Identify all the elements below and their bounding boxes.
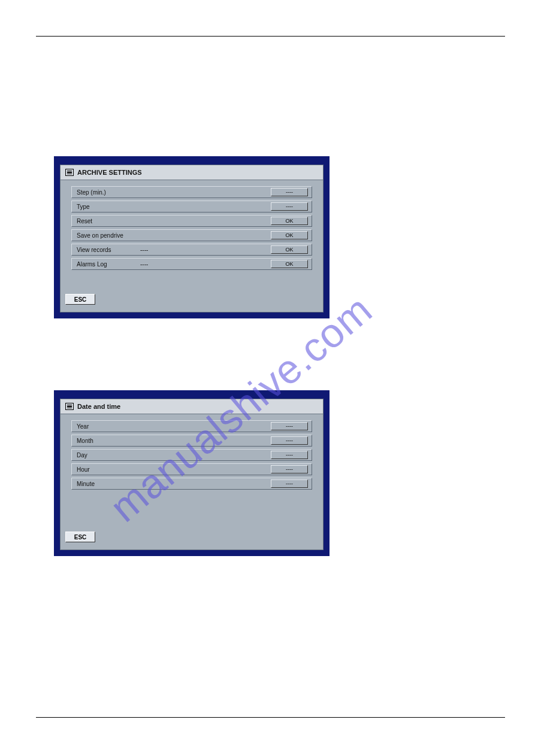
list-icon — [65, 403, 74, 410]
datetime-rows: Year ---- Month ---- Day ---- Hour — [61, 414, 323, 496]
month-value-button[interactable]: ---- — [271, 436, 308, 445]
row-label: View records — [77, 247, 137, 253]
date-time-panel-inner: Date and time Year ---- Month ---- Day -… — [60, 399, 324, 550]
row-save-pendrive: Save on pendrive OK — [71, 229, 312, 241]
year-value-button[interactable]: ---- — [271, 422, 308, 430]
row-label: Type — [77, 204, 137, 210]
row-day: Day ---- — [71, 449, 312, 461]
document-page: manualshive.com ARCHIVE SETTINGS Step (m… — [0, 0, 535, 756]
row-label: Month — [77, 438, 137, 444]
row-label: Year — [77, 423, 137, 430]
archive-panel-inner: ARCHIVE SETTINGS Step (min.) ---- Type -… — [60, 165, 324, 312]
row-alarms-log: Alarms Log ---- OK — [71, 258, 312, 270]
row-label: Step (min.) — [77, 189, 137, 196]
row-label: Day — [77, 452, 137, 459]
day-value-button[interactable]: ---- — [271, 451, 308, 459]
row-type: Type ---- — [71, 201, 312, 212]
row-label: Minute — [77, 481, 137, 487]
top-divider — [36, 36, 505, 37]
archive-panel-title: ARCHIVE SETTINGS — [77, 169, 142, 176]
step-value-button[interactable]: ---- — [271, 188, 308, 196]
alarms-log-ok-button[interactable]: OK — [271, 260, 308, 268]
row-mid: ---- — [137, 261, 271, 268]
row-mid: ---- — [137, 247, 271, 253]
row-year: Year ---- — [71, 420, 312, 432]
view-records-ok-button[interactable]: OK — [271, 245, 308, 254]
row-label: Hour — [77, 466, 137, 473]
row-minute: Minute ---- — [71, 478, 312, 490]
row-label: Reset — [77, 218, 137, 224]
minute-value-button[interactable]: ---- — [271, 479, 308, 488]
row-label: Save on pendrive — [77, 232, 137, 239]
list-icon — [65, 169, 74, 176]
date-time-panel-title: Date and time — [77, 403, 120, 410]
date-time-panel: Date and time Year ---- Month ---- Day -… — [54, 390, 330, 556]
reset-ok-button[interactable]: OK — [271, 217, 308, 225]
type-value-button[interactable]: ---- — [271, 202, 308, 211]
row-reset: Reset OK — [71, 215, 312, 227]
row-step: Step (min.) ---- — [71, 186, 312, 198]
archive-rows: Step (min.) ---- Type ---- Reset OK Save… — [61, 180, 323, 276]
row-view-records: View records ---- OK — [71, 244, 312, 256]
date-time-panel-header: Date and time — [61, 399, 323, 414]
row-label: Alarms Log — [77, 261, 137, 268]
esc-button[interactable]: ESC — [65, 294, 95, 305]
hour-value-button[interactable]: ---- — [271, 465, 308, 473]
bottom-divider — [36, 717, 505, 718]
esc-button[interactable]: ESC — [65, 532, 95, 542]
archive-settings-panel: ARCHIVE SETTINGS Step (min.) ---- Type -… — [54, 156, 330, 318]
row-month: Month ---- — [71, 435, 312, 447]
row-hour: Hour ---- — [71, 463, 312, 475]
archive-panel-header: ARCHIVE SETTINGS — [61, 165, 323, 180]
save-pendrive-ok-button[interactable]: OK — [271, 231, 308, 239]
